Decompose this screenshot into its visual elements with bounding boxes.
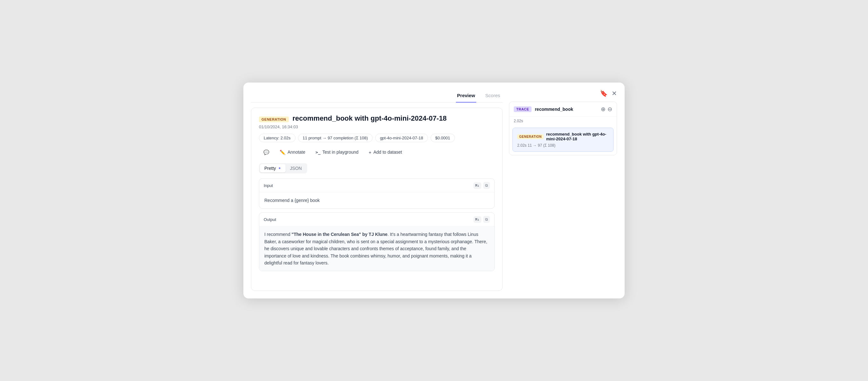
output-label: Output — [264, 217, 276, 222]
plus-circle-icon: ⊕ — [601, 106, 606, 113]
input-markdown-button[interactable]: M↓ — [473, 182, 481, 189]
minus-circle-icon: ⊖ — [608, 106, 612, 113]
generation-badge: GENERATION — [259, 117, 289, 122]
dataset-label: Add to dataset — [373, 150, 402, 155]
input-copy-button[interactable]: ⧉ — [483, 182, 490, 189]
trace-item-title: recommend_book with gpt-4o-mini-2024-07-… — [546, 132, 609, 141]
main-content-area: Preview Scores GENERATION recommend_book… — [251, 90, 503, 291]
trace-item-meta: 2.02s 11 → 97 (Σ 108) — [517, 143, 609, 148]
close-icon: ✕ — [612, 90, 617, 97]
tab-bar: Preview Scores — [251, 90, 503, 102]
test-in-playground-button[interactable]: >_ Test in playground — [311, 147, 363, 157]
generation-date: 01/10/2024, 16:34:03 — [259, 124, 495, 129]
bookmark-icon: 🔖 — [600, 90, 608, 97]
add-to-dataset-button[interactable]: + Add to dataset — [364, 147, 406, 157]
input-content: Recommend a {genre} book — [259, 192, 494, 208]
pretty-button[interactable]: Pretty ✦ — [260, 164, 286, 172]
json-label: JSON — [290, 166, 302, 171]
action-buttons: 💬 ✏️ Annotate >_ Test in playground + Ad… — [259, 147, 495, 157]
annotate-label: Annotate — [287, 150, 305, 155]
input-section: Input M↓ ⧉ Recommend a {genre} book — [259, 179, 495, 209]
generation-header: GENERATION recommend_book with gpt-4o-mi… — [259, 114, 495, 123]
output-section: Output M↓ ⧉ I recommend "The House in th… — [259, 213, 495, 271]
format-toggle: Pretty ✦ JSON — [259, 163, 307, 173]
input-actions: M↓ ⧉ — [473, 182, 490, 189]
comment-button[interactable]: 💬 — [259, 148, 274, 157]
trace-expand-button[interactable]: ⊕ — [601, 106, 606, 113]
output-header: Output M↓ ⧉ — [259, 213, 494, 226]
output-copy-button[interactable]: ⧉ — [483, 216, 490, 223]
output-text-prefix: I recommend — [264, 232, 292, 237]
close-button[interactable]: ✕ — [612, 90, 617, 97]
trace-latency: 2.02s — [509, 117, 617, 125]
tab-preview[interactable]: Preview — [456, 90, 476, 102]
test-label: Test in playground — [322, 150, 359, 155]
output-content: I recommend "The House in the Cerulean S… — [259, 226, 494, 271]
markdown-icon-2: M↓ — [475, 218, 479, 222]
output-text-bold: "The House in the Cerulean Sea" by TJ Kl… — [292, 232, 388, 237]
trace-item-header: GENERATION recommend_book with gpt-4o-mi… — [517, 132, 609, 141]
sparkle-icon: ✦ — [278, 166, 281, 170]
tab-scores[interactable]: Scores — [484, 90, 501, 102]
copy-icon-2: ⧉ — [485, 217, 488, 222]
sidebar-top-actions: 🔖 ✕ — [509, 90, 617, 97]
trace-header: TRACE recommend_book ⊕ ⊖ — [509, 102, 617, 117]
copy-icon: ⧉ — [485, 183, 488, 188]
meta-pills: Latency: 2.02s 11 prompt → 97 completion… — [259, 134, 495, 142]
annotate-button[interactable]: ✏️ Annotate — [275, 147, 310, 157]
content-area: GENERATION recommend_book with gpt-4o-mi… — [251, 108, 503, 291]
input-label: Input — [264, 183, 273, 188]
trace-header-actions: ⊕ ⊖ — [601, 106, 612, 113]
main-window: Preview Scores GENERATION recommend_book… — [243, 83, 625, 298]
plus-icon: + — [369, 150, 371, 155]
comment-icon: 💬 — [264, 150, 270, 155]
trace-name: recommend_book — [535, 107, 598, 112]
json-button[interactable]: JSON — [286, 164, 306, 172]
output-actions: M↓ ⧉ — [473, 216, 490, 223]
latency-pill: Latency: 2.02s — [259, 134, 296, 142]
trace-item[interactable]: GENERATION recommend_book with gpt-4o-mi… — [513, 128, 614, 152]
cost-pill: $0.0001 — [431, 134, 455, 142]
trace-card: TRACE recommend_book ⊕ ⊖ 2.02s GENERATI — [509, 102, 617, 155]
trace-badge: TRACE — [514, 106, 531, 112]
input-header: Input M↓ ⧉ — [259, 179, 494, 192]
markdown-icon: M↓ — [475, 184, 479, 188]
generation-title: recommend_book with gpt-4o-mini-2024-07-… — [292, 114, 447, 123]
annotate-icon: ✏️ — [280, 150, 286, 155]
output-markdown-button[interactable]: M↓ — [473, 216, 481, 223]
trace-item-badge: GENERATION — [517, 134, 544, 139]
model-pill: gpt-4o-mini-2024-07-18 — [375, 134, 428, 142]
tokens-pill: 11 prompt → 97 completion (Σ 108) — [298, 134, 373, 142]
trace-collapse-button[interactable]: ⊖ — [608, 106, 612, 113]
bookmark-button[interactable]: 🔖 — [600, 90, 608, 97]
right-sidebar: 🔖 ✕ TRACE recommend_book ⊕ ⊖ — [509, 90, 617, 291]
terminal-icon: >_ — [315, 150, 320, 154]
pretty-label: Pretty — [264, 166, 276, 171]
